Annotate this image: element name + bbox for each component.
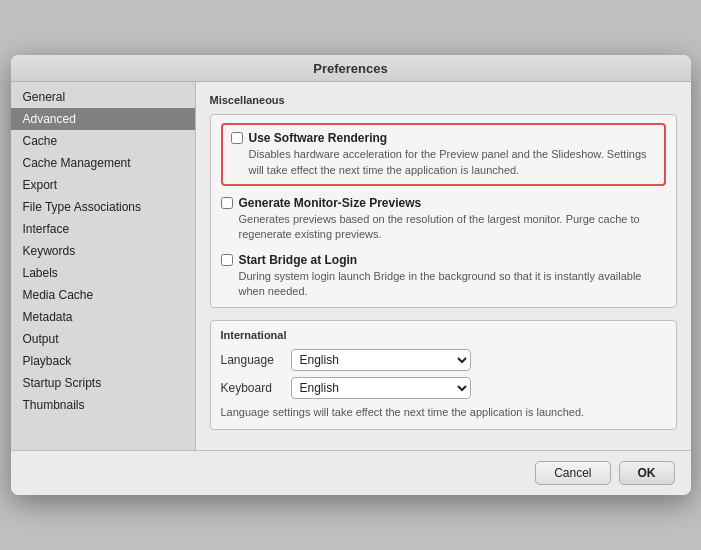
main-panel: Miscellaneous Use Software Rendering Dis… <box>196 82 691 450</box>
keyboard-row: Keyboard EnglishFrenchGermanSpanishJapan… <box>221 377 666 399</box>
ok-button[interactable]: OK <box>619 461 675 485</box>
miscellaneous-section: Use Software Rendering Disables hardware… <box>210 114 677 308</box>
option-desc-software-rendering: Disables hardware acceleration for the P… <box>249 147 656 178</box>
option-desc-start-bridge: During system login launch Bridge in the… <box>239 269 666 300</box>
sidebar-item-export[interactable]: Export <box>11 174 195 196</box>
sidebar-item-labels[interactable]: Labels <box>11 262 195 284</box>
sidebar-item-advanced[interactable]: Advanced <box>11 108 195 130</box>
preferences-window: Preferences GeneralAdvancedCacheCache Ma… <box>11 55 691 495</box>
international-section: International Language EnglishFrenchGerm… <box>210 320 677 429</box>
content-area: GeneralAdvancedCacheCache ManagementExpo… <box>11 82 691 450</box>
option-label-start-bridge: Start Bridge at Login <box>239 253 358 267</box>
sidebar-item-media-cache[interactable]: Media Cache <box>11 284 195 306</box>
intl-note: Language settings will take effect the n… <box>221 405 666 420</box>
sidebar: GeneralAdvancedCacheCache ManagementExpo… <box>11 82 196 450</box>
sidebar-item-output[interactable]: Output <box>11 328 195 350</box>
checkbox-start-bridge[interactable] <box>221 254 233 266</box>
sidebar-item-cache[interactable]: Cache <box>11 130 195 152</box>
keyboard-select[interactable]: EnglishFrenchGermanSpanishJapanese <box>291 377 471 399</box>
sidebar-item-keywords[interactable]: Keywords <box>11 240 195 262</box>
sidebar-item-thumbnails[interactable]: Thumbnails <box>11 394 195 416</box>
sidebar-item-interface[interactable]: Interface <box>11 218 195 240</box>
title-bar: Preferences <box>11 55 691 82</box>
sidebar-item-general[interactable]: General <box>11 86 195 108</box>
miscellaneous-title: Miscellaneous <box>210 94 677 106</box>
option-label-software-rendering: Use Software Rendering <box>249 131 388 145</box>
sidebar-item-cache-management[interactable]: Cache Management <box>11 152 195 174</box>
option-label-monitor-size-previews: Generate Monitor-Size Previews <box>239 196 422 210</box>
footer: Cancel OK <box>11 450 691 495</box>
option-block-monitor-size-previews: Generate Monitor-Size Previews Generates… <box>221 196 666 243</box>
international-title: International <box>221 329 666 341</box>
sidebar-item-playback[interactable]: Playback <box>11 350 195 372</box>
sidebar-item-file-type-associations[interactable]: File Type Associations <box>11 196 195 218</box>
checkbox-monitor-size-previews[interactable] <box>221 197 233 209</box>
option-block-start-bridge: Start Bridge at Login During system logi… <box>221 253 666 300</box>
sidebar-item-metadata[interactable]: Metadata <box>11 306 195 328</box>
window-title: Preferences <box>313 61 387 76</box>
language-label: Language <box>221 353 291 367</box>
sidebar-item-startup-scripts[interactable]: Startup Scripts <box>11 372 195 394</box>
cancel-button[interactable]: Cancel <box>535 461 610 485</box>
keyboard-label: Keyboard <box>221 381 291 395</box>
highlighted-option-software-rendering: Use Software Rendering Disables hardware… <box>221 123 666 186</box>
option-desc-monitor-size-previews: Generates previews based on the resoluti… <box>239 212 666 243</box>
language-select[interactable]: EnglishFrenchGermanSpanishJapanese <box>291 349 471 371</box>
language-row: Language EnglishFrenchGermanSpanishJapan… <box>221 349 666 371</box>
checkbox-software-rendering[interactable] <box>231 132 243 144</box>
